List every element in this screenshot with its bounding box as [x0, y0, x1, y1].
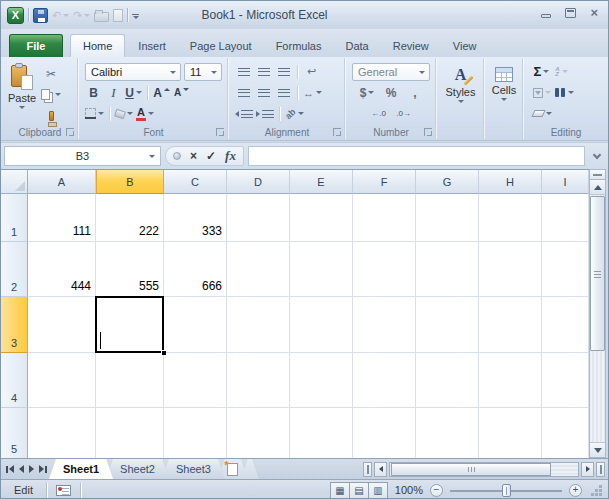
tab-home[interactable]: Home	[70, 34, 125, 57]
orientation-button[interactable]: ab	[285, 105, 304, 122]
number-dialog-launcher[interactable]	[424, 128, 432, 136]
cell-I1[interactable]	[542, 194, 589, 242]
merge-center-dropdown-icon[interactable]	[316, 91, 322, 94]
vertical-scrollbar[interactable]	[589, 169, 606, 458]
orientation-dropdown-icon[interactable]	[298, 112, 304, 115]
cell-C1[interactable]: 333	[164, 194, 227, 242]
insert-function-button[interactable]: fx	[225, 148, 236, 164]
cell-F1[interactable]	[353, 194, 416, 242]
tab-data[interactable]: Data	[333, 34, 380, 57]
macro-record-button[interactable]	[56, 485, 71, 496]
grow-font-button[interactable]: A	[153, 84, 170, 101]
cell-G5[interactable]	[416, 408, 479, 459]
paste-button[interactable]: Paste	[3, 58, 41, 124]
page-break-view-button[interactable]: ▥	[368, 482, 388, 499]
cell-G1[interactable]	[416, 194, 479, 242]
column-header-E[interactable]: E	[290, 170, 353, 194]
close-window-button[interactable]: ×	[590, 8, 598, 18]
vertical-scroll-track[interactable]	[590, 195, 605, 442]
fill-dropdown-icon[interactable]	[545, 91, 551, 94]
styles-button[interactable]: A Styles	[438, 58, 483, 103]
cell-E2[interactable]	[290, 242, 353, 297]
cell-H4[interactable]	[479, 353, 542, 408]
save-button[interactable]	[33, 8, 48, 23]
cell-B5[interactable]	[96, 408, 164, 459]
zoom-in-button[interactable]: +	[569, 484, 582, 497]
cells-button[interactable]: Cells	[486, 58, 522, 101]
tab-split-handle-right[interactable]	[596, 462, 605, 477]
tab-split-handle-left[interactable]	[363, 462, 372, 477]
cell-I5[interactable]	[542, 408, 589, 459]
align-middle-button[interactable]	[255, 63, 272, 80]
cell-A4[interactable]	[28, 353, 96, 408]
name-box[interactable]: B3	[4, 146, 161, 166]
undo-button[interactable]: ↶	[52, 7, 69, 24]
align-center-button[interactable]	[255, 84, 272, 101]
column-header-D[interactable]: D	[227, 170, 290, 194]
underline-dropdown-icon[interactable]	[136, 91, 142, 94]
percent-style-button[interactable]: %	[383, 84, 400, 101]
first-sheet-button[interactable]	[6, 465, 14, 473]
cells-dropdown-icon[interactable]	[501, 98, 507, 101]
next-sheet-button[interactable]	[29, 465, 34, 473]
accounting-dropdown-icon[interactable]	[368, 91, 374, 94]
decrease-indent-button[interactable]	[235, 105, 253, 122]
borders-dropdown-icon[interactable]	[98, 112, 104, 115]
cell-C4[interactable]	[164, 353, 227, 408]
font-name-select[interactable]: Calibri	[85, 63, 181, 81]
select-all-button[interactable]	[1, 170, 28, 194]
accounting-format-button[interactable]: $	[359, 84, 376, 101]
new-document-button[interactable]	[113, 9, 123, 22]
window-resize-grip[interactable]	[591, 484, 604, 497]
comma-style-button[interactable]: ,	[407, 84, 424, 101]
cell-B1[interactable]: 222	[96, 194, 164, 242]
bold-button[interactable]: B	[85, 84, 102, 101]
name-box-dropdown-icon[interactable]	[149, 155, 155, 158]
clear-button[interactable]	[533, 105, 552, 122]
borders-button[interactable]	[85, 105, 104, 122]
copy-dropdown-icon[interactable]	[55, 93, 61, 96]
zoom-slider[interactable]	[450, 484, 562, 497]
cell-E5[interactable]	[290, 408, 353, 459]
font-color-button[interactable]: A	[136, 105, 154, 122]
column-header-H[interactable]: H	[479, 170, 542, 194]
format-painter-button[interactable]	[41, 107, 61, 124]
paste-dropdown-icon[interactable]	[19, 106, 25, 109]
fill-color-dropdown-icon[interactable]	[127, 112, 133, 115]
page-layout-view-button[interactable]: ▤	[349, 482, 369, 499]
cell-C5[interactable]	[164, 408, 227, 459]
row-header-3[interactable]: 3	[1, 297, 28, 353]
alignment-dialog-launcher[interactable]	[333, 128, 341, 136]
cell-I2[interactable]	[542, 242, 589, 297]
last-sheet-button[interactable]	[39, 465, 47, 473]
number-format-select[interactable]: General	[352, 63, 430, 81]
cell-E1[interactable]	[290, 194, 353, 242]
name-box-resize-grip[interactable]	[173, 152, 181, 160]
scroll-down-button[interactable]	[590, 442, 605, 457]
sheet-tab-sheet3[interactable]: Sheet3	[162, 459, 225, 479]
font-dialog-launcher[interactable]	[216, 128, 224, 136]
styles-dropdown-icon[interactable]	[458, 100, 464, 103]
sheet-tab-sheet2[interactable]: Sheet2	[106, 459, 169, 479]
font-size-select[interactable]: 11	[184, 63, 222, 81]
autosum-button[interactable]: Σ	[533, 63, 550, 80]
cell-E4[interactable]	[290, 353, 353, 408]
cell-G2[interactable]	[416, 242, 479, 297]
clear-dropdown-icon[interactable]	[546, 112, 552, 115]
cell-D3[interactable]	[227, 297, 290, 353]
column-header-I[interactable]: I	[542, 170, 589, 194]
cell-D1[interactable]	[227, 194, 290, 242]
vertical-split-handle[interactable]	[590, 170, 605, 180]
merge-center-button[interactable]: ↔	[303, 84, 322, 101]
row-header-5[interactable]: 5	[1, 408, 28, 459]
column-header-F[interactable]: F	[353, 170, 416, 194]
scroll-left-button[interactable]	[374, 462, 387, 477]
sort-filter-button[interactable]: AZ	[553, 63, 570, 80]
fill-handle[interactable]	[161, 350, 166, 355]
cell-A2[interactable]: 444	[28, 242, 96, 297]
enter-entry-button[interactable]: ✓	[206, 149, 216, 163]
sheet-tab-sheet1[interactable]: Sheet1	[49, 459, 113, 479]
cell-H5[interactable]	[479, 408, 542, 459]
wrap-text-button[interactable]: ↩	[303, 63, 320, 80]
find-dropdown-icon[interactable]	[568, 91, 574, 94]
